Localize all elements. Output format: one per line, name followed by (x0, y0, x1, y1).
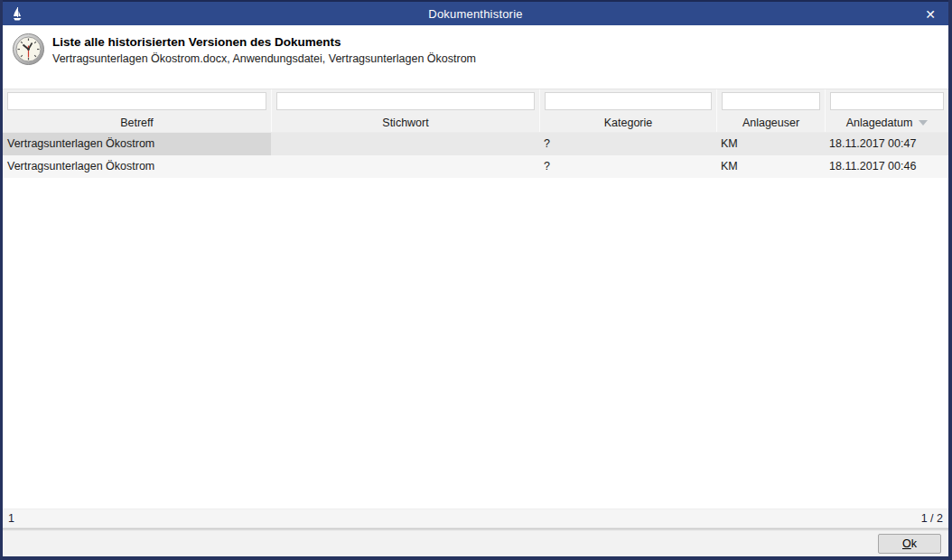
filter-cell-kategorie (539, 89, 716, 113)
dialog-window: Dokumenthistorie ✕ (0, 0, 952, 560)
ok-button[interactable]: Ok (878, 534, 941, 554)
filter-cell-stichwort (271, 89, 539, 113)
sailboat-icon (11, 6, 23, 22)
cell-anlagedatum[interactable]: 18.11.2017 00:47 (825, 133, 948, 155)
column-header-kategorie[interactable]: Kategorie (539, 113, 716, 132)
clock-history-icon (12, 33, 45, 66)
filter-cell-anlagedatum (825, 89, 948, 113)
column-header-label: Anlageuser (742, 117, 799, 129)
titlebar: Dokumenthistorie ✕ (3, 0, 948, 25)
filter-input-anlageuser[interactable] (722, 92, 820, 110)
column-header-anlageuser[interactable]: Anlageuser (716, 113, 825, 132)
cell-betreff[interactable]: Vertragsunterlagen Ökostrom (3, 133, 271, 155)
cell-anlageuser[interactable]: KM (716, 155, 825, 178)
column-header-betreff[interactable]: Betreff (3, 113, 271, 132)
cell-kategorie[interactable]: ? (539, 155, 716, 178)
page-subtitle: Vertragsunterlagen Ökostrom.docx, Anwend… (52, 52, 476, 65)
table-empty-area (3, 178, 948, 509)
page-title: Liste alle historisierten Versionen des … (52, 35, 476, 49)
filter-input-kategorie[interactable] (545, 92, 712, 110)
status-bar: 1 1 / 2 (3, 509, 948, 527)
cell-betreff[interactable]: Vertragsunterlagen Ökostrom (3, 155, 271, 178)
header-panel: Liste alle historisierten Versionen des … (3, 25, 948, 89)
header-texts: Liste alle historisierten Versionen des … (52, 33, 476, 65)
close-icon[interactable]: ✕ (919, 5, 941, 23)
filter-input-stichwort[interactable] (276, 92, 535, 110)
filter-input-anlagedatum[interactable] (830, 92, 944, 110)
column-header-stichwort[interactable]: Stichwort (271, 113, 539, 132)
filter-cell-betreff (3, 89, 271, 113)
sort-desc-icon (919, 120, 928, 126)
table-row[interactable]: Vertragsunterlagen Ökostrom ? KM 18.11.2… (3, 155, 948, 178)
column-header-label: Anlagedatum (846, 117, 913, 129)
button-panel: Ok (3, 531, 948, 556)
ok-button-label-rest: k (911, 537, 917, 550)
column-header-anlagedatum[interactable]: Anlagedatum (825, 113, 948, 132)
cell-anlageuser[interactable]: KM (716, 133, 825, 155)
filter-row (3, 89, 948, 113)
column-header-label: Betreff (120, 117, 154, 129)
ok-button-accesskey: O (902, 537, 911, 550)
filter-input-betreff[interactable] (7, 92, 266, 110)
column-header-label: Stichwort (382, 117, 428, 129)
filter-cell-anlageuser (716, 89, 825, 113)
status-row-count: 1 (8, 512, 14, 525)
table-row[interactable]: Vertragsunterlagen Ökostrom ? KM 18.11.2… (3, 133, 948, 155)
cell-stichwort[interactable] (271, 133, 539, 155)
cell-stichwort[interactable] (271, 155, 539, 178)
status-page-indicator: 1 / 2 (921, 512, 943, 525)
column-header-label: Kategorie (604, 117, 653, 129)
cell-anlagedatum[interactable]: 18.11.2017 00:46 (825, 155, 948, 178)
column-header-row: Betreff Stichwort Kategorie Anlageuser A… (3, 113, 948, 133)
cell-kategorie[interactable]: ? (539, 133, 716, 155)
window-title: Dokumenthistorie (3, 7, 948, 21)
